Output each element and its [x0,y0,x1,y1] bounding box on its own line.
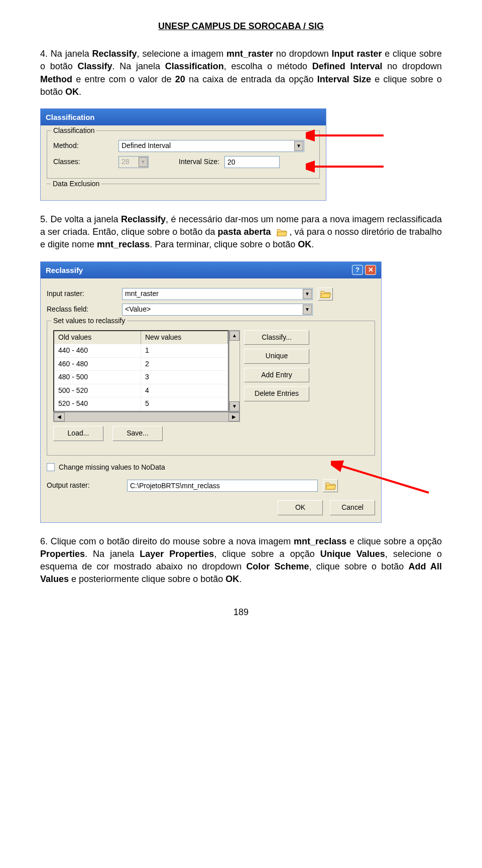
bold: Reclassify [121,214,166,224]
dropdown-arrow-icon: ▼ [303,289,312,299]
new-value-cell: 2 [141,358,228,371]
col-old-values: Old values [54,331,141,345]
classify-button[interactable]: Classify... [244,330,309,345]
save-button[interactable]: Save... [112,426,163,441]
vertical-scrollbar[interactable]: ▲ ▼ [229,330,240,412]
bold: Classify [77,61,112,71]
new-value-cell: 5 [141,397,228,411]
scroll-down-icon[interactable]: ▼ [229,401,239,411]
text: . Na janela [112,61,165,71]
classification-fieldset: Classification Method: Defined Interval … [47,130,320,179]
text: no dropdown [273,49,332,59]
input-raster-dropdown[interactable]: mnt_raster ▼ [122,288,313,300]
input-raster-label: Input raster: [47,289,122,299]
dropdown-arrow-icon: ▼ [294,141,303,151]
nodata-label: Change missing values to NoData [59,463,165,473]
text: na caixa de entrada da opção [185,74,317,84]
cancel-button[interactable]: Cancel [330,500,375,515]
reclassify-titlebar: Reclassify ? ✕ [41,262,381,278]
text: . [79,87,81,97]
close-button[interactable]: ✕ [365,265,376,275]
bold: OK [65,87,79,97]
old-value-cell: 460 - 480 [54,358,141,371]
text: , escolha o método [224,61,312,71]
unique-button[interactable]: Unique [244,349,309,364]
classes-label: Classes: [53,157,118,167]
paragraph-4: 4. Na janela Reclassify, selecione a ima… [40,48,442,98]
reclass-field-dropdown[interactable]: <Value> ▼ [122,304,313,316]
text: 6. Clique com o botão direito do mouse s… [40,536,294,546]
input-browse-button[interactable] [318,287,333,301]
table-row[interactable]: 460 - 4802 [54,358,228,371]
open-folder-icon [275,227,288,238]
classes-dropdown: 28 ▼ [118,156,149,168]
text: . Para terminar, clique sobre o botão [150,239,298,249]
paragraph-6: 6. Clique com o botão direito do mouse s… [40,535,442,586]
classes-value: 28 [122,157,130,167]
bold: OK [298,239,311,249]
output-browse-button[interactable] [323,479,338,492]
method-dropdown[interactable]: Defined Interval ▼ [118,140,304,152]
set-values-fieldset: Set values to reclassify Old values New … [47,321,375,456]
text: . Na janela [85,549,140,559]
classification-dialog: Classification Classification Method: De… [40,108,326,201]
table-row[interactable]: 440 - 4601 [54,344,228,358]
method-value: Defined Interval [122,141,171,151]
set-values-legend: Set values to reclassify [51,316,127,326]
reclassify-title: Reclassify [46,265,83,275]
horizontal-scrollbar[interactable]: ◀ ▶ [53,412,240,422]
bold: pasta aberta [217,227,271,237]
method-label: Method: [53,141,118,151]
open-folder-icon [324,480,337,491]
page-number: 189 [40,606,442,619]
bold: mnt_reclass [294,536,346,546]
bold: Input raster [332,49,382,59]
paragraph-5: 5. De volta a janela Reclassify, é neces… [40,213,442,251]
text: . [239,574,242,584]
text: 4. Na janela [40,49,92,59]
text: e entre com o valor de [72,74,175,84]
reclass-table[interactable]: Old values New values 440 - 4601 460 - 4… [53,330,229,412]
ok-button[interactable]: OK [278,500,323,515]
table-row[interactable]: 520 - 5405 [54,397,228,411]
bold: Layer Properties [140,549,214,559]
page-header: UNESP CAMPUS DE SOROCABA / SIG [40,20,442,33]
bold: 20 [175,74,185,84]
open-folder-icon [319,288,332,300]
nodata-checkbox[interactable] [47,463,55,471]
old-value-cell: 520 - 540 [54,397,141,411]
col-new-values: New values [141,331,228,345]
scroll-left-icon[interactable]: ◀ [54,412,65,421]
interval-size-input[interactable] [224,156,280,168]
reclassify-dialog: Reclassify ? ✕ Input raster: mnt_raster … [40,261,382,523]
delete-entries-button[interactable]: Delete Entries [244,386,309,401]
old-value-cell: 440 - 460 [54,344,141,358]
scroll-up-icon[interactable]: ▲ [229,331,239,341]
classification-title: Classification [46,112,95,122]
help-button[interactable]: ? [352,265,363,275]
bold: OK [225,574,239,584]
bold: Color Scheme [246,561,309,571]
table-row[interactable]: 480 - 5003 [54,371,228,384]
old-value-cell: 480 - 500 [54,371,141,384]
old-value-cell: 500 - 520 [54,384,141,398]
classification-legend: Classification [51,126,96,136]
reclass-field-value: <Value> [125,305,151,315]
reclass-field-label: Reclass field: [47,305,122,315]
output-raster-label: Output raster: [47,481,122,491]
bold: Properties [40,549,85,559]
classification-titlebar: Classification [41,109,326,125]
scroll-right-icon[interactable]: ▶ [228,412,239,421]
output-raster-input[interactable] [127,480,318,492]
input-raster-value: mnt_raster [125,289,159,299]
load-button[interactable]: Load... [53,426,103,441]
new-value-cell: 1 [141,344,228,358]
dropdown-arrow-icon: ▼ [303,305,312,315]
interval-label: Interval Size: [179,157,219,167]
table-row[interactable]: 500 - 5204 [54,384,228,398]
add-entry-button[interactable]: Add Entry [244,368,309,383]
text: , clique sobre a opção [214,549,320,559]
new-value-cell: 4 [141,384,228,398]
text: no dropdown [382,61,442,71]
bold: Classification [165,61,224,71]
